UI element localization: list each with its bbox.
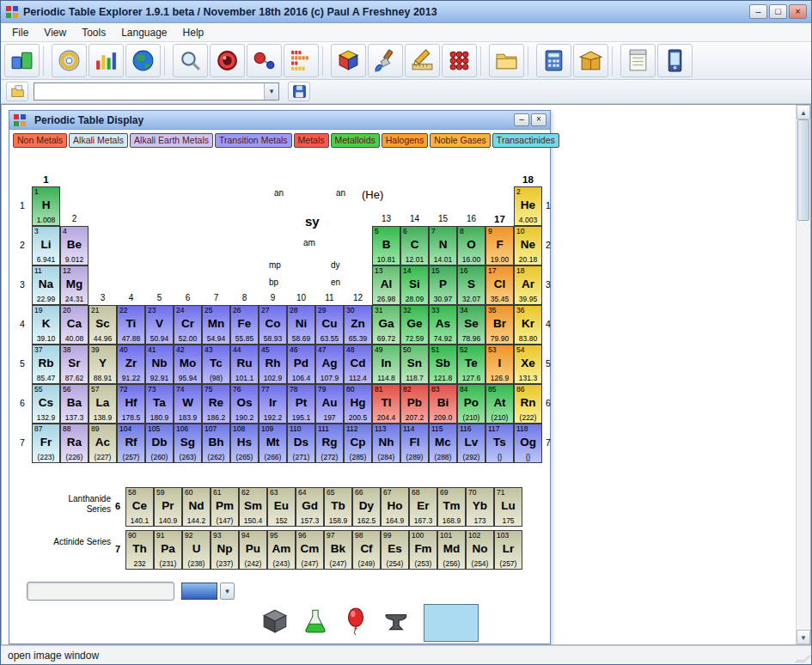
paintbrush-button[interactable] bbox=[368, 44, 403, 77]
element-Tl[interactable]: 81Tl204.4 bbox=[372, 384, 400, 424]
maximize-button[interactable]: □ bbox=[769, 4, 787, 19]
legend-non-metals[interactable]: Non Metals bbox=[13, 133, 67, 148]
element-Hs[interactable]: 108Hs(265) bbox=[230, 424, 259, 463]
cube-button[interactable] bbox=[331, 44, 366, 77]
element-Sm[interactable]: 62Sm150.4 bbox=[239, 487, 267, 527]
resize-grip[interactable] bbox=[794, 652, 812, 662]
lens-button[interactable] bbox=[210, 44, 245, 77]
calculator-button[interactable] bbox=[536, 44, 571, 77]
element-Ho[interactable]: 67Ho164.9 bbox=[381, 487, 409, 527]
element-Rn[interactable]: 86Rn(222) bbox=[514, 384, 542, 424]
element-Sr[interactable]: 38Sr87.62 bbox=[60, 345, 89, 384]
element-Cp[interactable]: 112Cp(285) bbox=[344, 424, 372, 463]
legend-metals[interactable]: Metals bbox=[294, 133, 329, 148]
save-button[interactable] bbox=[288, 82, 310, 101]
element-Se[interactable]: 34Se78.96 bbox=[457, 305, 485, 345]
element-Nh[interactable]: 113Nh(284) bbox=[372, 424, 400, 463]
element-Np[interactable]: 93Np(237) bbox=[211, 530, 239, 570]
element-Pb[interactable]: 82Pb207.2 bbox=[400, 384, 429, 424]
pda-button[interactable] bbox=[657, 44, 693, 77]
element-Br[interactable]: 35Br79.90 bbox=[485, 305, 514, 345]
element-Nb[interactable]: 41Nb92.91 bbox=[145, 345, 174, 384]
element-Pa[interactable]: 91Pa(231) bbox=[154, 530, 182, 570]
element-In[interactable]: 49In114.8 bbox=[372, 345, 400, 384]
element-Re[interactable]: 75Re186.2 bbox=[202, 384, 230, 424]
element-Lv[interactable]: 116Lv(292) bbox=[457, 424, 485, 463]
element-Yb[interactable]: 70Yb173 bbox=[466, 487, 494, 527]
element-Ba[interactable]: 56Ba137.3 bbox=[60, 384, 89, 424]
vertical-scrollbar[interactable]: ▲ ▼ bbox=[796, 105, 810, 644]
element-V[interactable]: 23V50.94 bbox=[145, 305, 174, 345]
element-Es[interactable]: 99Es(254) bbox=[381, 530, 409, 570]
element-Tb[interactable]: 65Tb158.9 bbox=[324, 487, 352, 527]
element-Cu[interactable]: 29Cu63.55 bbox=[315, 305, 344, 345]
element-Cd[interactable]: 48Cd112.4 bbox=[344, 345, 372, 384]
element-Pr[interactable]: 59Pr140.9 bbox=[154, 487, 182, 527]
element-Md[interactable]: 101Md(256) bbox=[437, 530, 466, 570]
periodic-table-button[interactable] bbox=[4, 44, 40, 77]
scroll-up-button[interactable]: ▲ bbox=[797, 105, 810, 119]
element-Cf[interactable]: 98Cf(249) bbox=[352, 530, 381, 570]
element-Mn[interactable]: 25Mn54.94 bbox=[202, 305, 230, 345]
element-Lr[interactable]: 103Lr(257) bbox=[494, 530, 522, 570]
element-Ta[interactable]: 73Ta180.9 bbox=[145, 384, 174, 424]
cube3d-button[interactable] bbox=[260, 606, 290, 638]
element-Si[interactable]: 14Si28.09 bbox=[400, 265, 429, 305]
element-Po[interactable]: 84Po(210) bbox=[457, 384, 485, 424]
menu-file[interactable]: File bbox=[4, 25, 36, 40]
element-Pt[interactable]: 78Pt195.1 bbox=[287, 384, 315, 424]
element-N[interactable]: 7N14.01 bbox=[429, 226, 457, 265]
globe-button[interactable] bbox=[125, 44, 161, 77]
element-Sn[interactable]: 50Sn118.7 bbox=[400, 345, 429, 384]
element-Ce[interactable]: 58Ce140.1 bbox=[125, 487, 154, 527]
element-I[interactable]: 53I126.9 bbox=[485, 345, 514, 384]
balloon-button[interactable] bbox=[341, 606, 370, 638]
element-Tm[interactable]: 69Tm168.9 bbox=[437, 487, 466, 527]
element-Pu[interactable]: 94Pu(242) bbox=[239, 530, 267, 570]
element-K[interactable]: 19K39.10 bbox=[32, 305, 60, 345]
dots-grid-button[interactable] bbox=[442, 44, 477, 77]
bar-chart-button[interactable] bbox=[89, 44, 124, 77]
element-La[interactable]: 57La138.9 bbox=[89, 384, 117, 424]
legend-transition-metals[interactable]: Transition Metals bbox=[215, 133, 292, 148]
element-Au[interactable]: 79Au197 bbox=[315, 384, 344, 424]
element-Mo[interactable]: 42Mo95.94 bbox=[174, 345, 202, 384]
element-Ni[interactable]: 28Ni58.69 bbox=[287, 305, 315, 345]
element-Xe[interactable]: 54Xe131.3 bbox=[514, 345, 542, 384]
element-Rg[interactable]: 111Rg(272) bbox=[315, 424, 344, 463]
element-Th[interactable]: 90Th232 bbox=[125, 530, 154, 570]
element-Am[interactable]: 95Am(243) bbox=[267, 530, 296, 570]
element-Hg[interactable]: 80Hg200.5 bbox=[344, 384, 372, 424]
element-Ac[interactable]: 89Ac(227) bbox=[89, 424, 117, 463]
element-Db[interactable]: 105Db(260) bbox=[145, 424, 174, 463]
element-Cs[interactable]: 55Cs132.9 bbox=[32, 384, 60, 424]
element-As[interactable]: 33As74.92 bbox=[429, 305, 457, 345]
element-Ar[interactable]: 18Ar39.95 bbox=[514, 265, 542, 305]
legend-metalloids[interactable]: Metalloids bbox=[331, 133, 380, 148]
element-Na[interactable]: 11Na22.99 bbox=[32, 265, 60, 305]
element-Hf[interactable]: 72Hf178.5 bbox=[117, 384, 145, 424]
element-Bh[interactable]: 107Bh(262) bbox=[202, 424, 230, 463]
legend-alkali-earth-metals[interactable]: Alkali Earth Metals bbox=[130, 133, 213, 148]
element-Cm[interactable]: 96Cm(247) bbox=[296, 530, 324, 570]
element-Cr[interactable]: 24Cr52.00 bbox=[174, 305, 202, 345]
element-Mg[interactable]: 12Mg24.31 bbox=[60, 265, 89, 305]
element-U[interactable]: 92U(238) bbox=[182, 530, 211, 570]
element-Fl[interactable]: 114Fl(289) bbox=[400, 424, 429, 463]
element-Bk[interactable]: 97Bk(247) bbox=[324, 530, 352, 570]
element-O[interactable]: 8O16.00 bbox=[457, 226, 485, 265]
element-Ga[interactable]: 31Ga69.72 bbox=[372, 305, 400, 345]
element-Eu[interactable]: 63Eu152 bbox=[267, 487, 296, 527]
disc-button[interactable] bbox=[52, 44, 87, 77]
element-Pm[interactable]: 61Pm(147) bbox=[211, 487, 239, 527]
legend-transactinides[interactable]: Transactinides bbox=[492, 133, 559, 148]
combobox-dropdown-arrow[interactable]: ▾ bbox=[264, 83, 278, 100]
element-Dy[interactable]: 66Dy162.5 bbox=[352, 487, 381, 527]
element-Sb[interactable]: 51Sb121.8 bbox=[429, 345, 457, 384]
element-Cl[interactable]: 17Cl35.45 bbox=[485, 265, 514, 305]
inner-minimize-button[interactable]: – bbox=[514, 113, 529, 126]
element-Os[interactable]: 76Os190.2 bbox=[230, 384, 259, 424]
element-Ru[interactable]: 44Ru101.1 bbox=[230, 345, 259, 384]
element-Mt[interactable]: 109Mt(266) bbox=[259, 424, 287, 463]
element-C[interactable]: 6C12.01 bbox=[400, 226, 429, 265]
